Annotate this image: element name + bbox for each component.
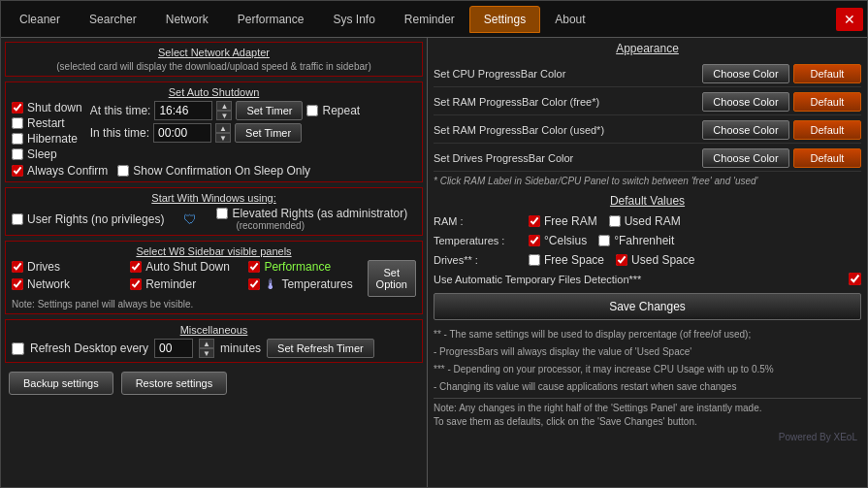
tab-sysinfo[interactable]: Sys Info: [318, 6, 389, 33]
free-ram-checkbox[interactable]: [529, 215, 540, 227]
refresh-checkbox[interactable]: [12, 342, 24, 355]
user-rights-checkbox[interactable]: [12, 213, 23, 225]
misc-row: Refresh Desktop every ▲ ▼ minutes Set Re…: [12, 339, 416, 358]
restore-settings-button[interactable]: Restore settings: [121, 372, 227, 395]
show-confirm-checkbox[interactable]: [117, 165, 129, 177]
right-panel: Appearance Set CPU ProgressBar Color Cho…: [428, 38, 867, 487]
bottom-note2: To save them as defaults, click on the '…: [434, 416, 697, 427]
ram-used-default-btn[interactable]: Default: [793, 120, 861, 140]
reminder-panel-row: Reminder: [130, 277, 242, 292]
repeat-row: Repeat: [306, 104, 360, 117]
left-panel: Select Network Adapter (selected card wi…: [1, 38, 428, 487]
drives-choose-color-btn[interactable]: Choose Color: [702, 148, 789, 168]
save-changes-button[interactable]: Save Changes: [434, 293, 861, 320]
refresh-down[interactable]: ▼: [199, 348, 214, 358]
ram-used-color-label: Set RAM ProgressBar Color (used*): [434, 124, 698, 136]
at-this-time-row: At this time: ▲ ▼ Set Timer Repeat: [90, 101, 416, 120]
free-space-row: Free Space: [529, 253, 604, 267]
ram-free-color-label: Set RAM ProgressBar Color (free*): [434, 96, 698, 108]
powered-by: Powered By XEoL: [434, 431, 861, 443]
ram-free-color-row: Set RAM ProgressBar Color (free*) Choose…: [434, 89, 861, 115]
performance-panel-checkbox[interactable]: [248, 261, 260, 273]
set-timer-in-btn[interactable]: Set Timer: [235, 123, 302, 143]
set-option-button[interactable]: SetOption: [368, 260, 416, 297]
hibernate-row: Hibernate: [12, 132, 82, 146]
free-space-checkbox[interactable]: [529, 254, 540, 266]
sidebar-panels-section: Select W8 Sidebar visible panels Drives …: [5, 241, 423, 314]
shield-icon: 🛡: [183, 211, 197, 227]
in-this-time-row: In this time: ▲ ▼ Set Timer: [90, 123, 416, 143]
tab-settings[interactable]: Settings: [469, 6, 540, 33]
hibernate-label: Hibernate: [27, 132, 78, 146]
in-time-down[interactable]: ▼: [215, 133, 231, 143]
tab-cleaner[interactable]: Cleaner: [5, 6, 75, 33]
auto-temp-checkbox[interactable]: [849, 273, 861, 285]
fahrenheit-checkbox[interactable]: [598, 235, 610, 246]
restart-label: Restart: [27, 116, 65, 130]
tab-searcher[interactable]: Searcher: [75, 6, 151, 33]
default-values-title: Default Values: [434, 194, 861, 208]
drives-panel-checkbox[interactable]: [12, 261, 23, 273]
elevated-rights-label: Elevated Rights (as administrator): [232, 207, 407, 220]
main-window: Cleaner Searcher Network Performance Sys…: [0, 0, 868, 488]
misc-section: Miscellaneous Refresh Desktop every ▲ ▼ …: [5, 319, 423, 363]
autoshutdown-panel-checkbox[interactable]: [130, 261, 142, 273]
content-area: Select Network Adapter (selected card wi…: [1, 38, 867, 487]
restart-row: Restart: [12, 116, 82, 130]
sleep-checkbox[interactable]: [12, 148, 23, 160]
ram-free-default-btn[interactable]: Default: [793, 92, 861, 112]
at-time-spinner: ▲ ▼: [216, 101, 232, 120]
time-settings-col: At this time: ▲ ▼ Set Timer Repeat: [90, 101, 416, 161]
network-adapter-desc: (selected card will display the download…: [12, 61, 416, 72]
temperatures-panel-checkbox[interactable]: [248, 278, 260, 290]
ram-free-choose-color-btn[interactable]: Choose Color: [702, 92, 789, 112]
start-windows-title: Start With Windows using:: [12, 192, 416, 204]
network-panel-row: Network: [12, 277, 124, 292]
backup-settings-button[interactable]: Backup settings: [9, 372, 113, 395]
hibernate-checkbox[interactable]: [12, 133, 23, 145]
at-this-time-input[interactable]: [154, 101, 212, 120]
elevated-rights-row: Elevated Rights (as administrator): [216, 207, 407, 220]
set-refresh-timer-btn[interactable]: Set Refresh Timer: [267, 339, 374, 358]
click-note: * Click RAM Label in Sidebar/CPU Panel t…: [434, 174, 861, 188]
close-button[interactable]: ✕: [836, 8, 863, 31]
in-this-time-input[interactable]: [153, 123, 211, 143]
network-panel-checkbox[interactable]: [12, 278, 23, 290]
footnote4: - Changing its value will cause applicat…: [434, 380, 861, 394]
always-confirm-checkbox[interactable]: [12, 165, 23, 177]
in-time-up[interactable]: ▲: [215, 123, 231, 133]
refresh-up[interactable]: ▲: [199, 339, 214, 348]
at-time-down[interactable]: ▼: [216, 111, 232, 120]
tab-performance[interactable]: Performance: [223, 6, 319, 33]
auto-temp-label: Use Automatic Temporary Files Detection*…: [434, 274, 835, 285]
tab-network[interactable]: Network: [151, 6, 223, 33]
reminder-panel-checkbox[interactable]: [130, 278, 142, 290]
auto-shutdown-title: Set Auto Shutdown: [12, 86, 416, 98]
autoshutdown-panel-label: Auto Shut Down: [145, 260, 230, 274]
shutdown-checkbox[interactable]: [12, 102, 23, 114]
cpu-choose-color-btn[interactable]: Choose Color: [702, 64, 789, 83]
elevated-rights-checkbox[interactable]: [216, 208, 228, 219]
refresh-value-input[interactable]: [154, 339, 193, 358]
used-space-checkbox[interactable]: [616, 254, 627, 266]
fahrenheit-row: °Fahrenheit: [598, 234, 674, 247]
footnote3: *** - Depending on your processor, it ma…: [434, 363, 861, 376]
repeat-checkbox[interactable]: [306, 105, 318, 116]
performance-panel-row: Performance: [248, 260, 361, 274]
appearance-title: Appearance: [434, 42, 861, 55]
set-timer-at-btn[interactable]: Set Timer: [236, 101, 303, 120]
at-time-up[interactable]: ▲: [216, 101, 232, 111]
restart-checkbox[interactable]: [12, 117, 23, 129]
tab-about[interactable]: About: [540, 6, 599, 33]
cpu-default-btn[interactable]: Default: [793, 64, 861, 83]
free-space-label: Free Space: [544, 253, 604, 267]
celsius-row: °Celsius: [529, 234, 587, 247]
tab-reminder[interactable]: Reminder: [390, 6, 469, 33]
ram-used-choose-color-btn[interactable]: Choose Color: [702, 120, 789, 140]
used-ram-checkbox[interactable]: [609, 215, 621, 227]
user-rights-row: User Rights (no privileges): [12, 212, 164, 226]
celsius-checkbox[interactable]: [529, 235, 540, 246]
cpu-color-label: Set CPU ProgressBar Color: [434, 68, 698, 80]
drives-default-btn[interactable]: Default: [793, 148, 861, 168]
drives-dv-options: Free Space Used Space: [529, 253, 694, 267]
